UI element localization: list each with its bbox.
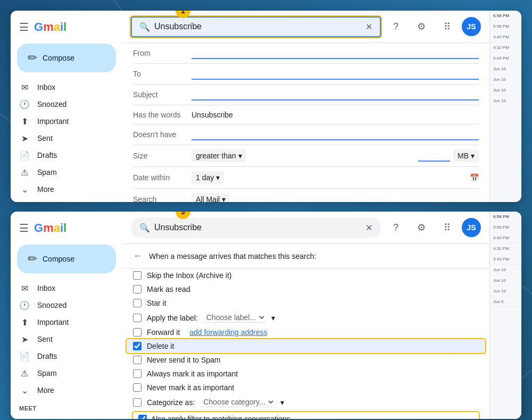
search-icon-2: 🔍 [139,223,150,233]
delete-it-checkbox[interactable] [133,342,142,350]
meet-title-2: Meet [11,403,122,414]
to-input[interactable] [192,68,479,80]
sent-label-1: Sent [37,134,53,142]
sidebar-item-sent-1[interactable]: ➤ Sent [11,130,116,147]
hamburger-icon[interactable]: ☰ [19,21,29,33]
hamburger-icon-2[interactable]: ☰ [19,222,29,234]
settings-button-1[interactable]: ⚙ [411,16,432,37]
star-it-checkbox[interactable] [133,299,142,307]
email2-item-6: Jun 10 [490,265,521,275]
skip-inbox-checkbox[interactable] [133,271,142,280]
search-box-1[interactable]: 🔍 ✕ [131,16,381,37]
haswords-label: Has the words [133,111,192,119]
calendar-icon[interactable]: 📅 [470,173,479,182]
never-spam-checkbox[interactable] [133,356,142,364]
size-chevron-icon: ▾ [238,152,242,160]
search-icon-1: 🔍 [139,22,150,32]
size-label: Size [133,152,192,160]
sidebar-header-1: ☰ Gmail [11,15,122,39]
sidebar-item-drafts-2[interactable]: 📄 Drafts [11,348,116,365]
sidebar-item-more-1[interactable]: ⌄ More [11,181,116,198]
email-time-5: 3:43 PM [493,56,518,61]
sidebar-item-spam-2[interactable]: ⚠ Spam [11,365,116,382]
label-select[interactable]: Choose label... [203,313,266,323]
search-scope-select[interactable]: All Mail ▾ [192,193,230,202]
filter-row-haswords: Has the words Unsubscribe [133,105,479,124]
email-list-2: 6:58 PM 5:56 PM 4:40 PM 4:32 PM 3:43 PM … [489,212,521,419]
drafts-icon-2: 📄 [19,351,30,362]
add-forwarding-link[interactable]: add forwarding address [189,328,267,337]
avatar-2[interactable]: JS [462,218,481,237]
email2-item-2: 5:56 PM [490,222,521,233]
size-select[interactable]: greater than ▾ [192,149,246,162]
spam-icon-1: ⚠ [19,167,30,178]
sidebar-item-snoozed-2[interactable]: 🕐 Snoozed [11,297,116,314]
top-icons-1: ? ⚙ ⠿ JS [385,16,481,37]
mb-input[interactable] [418,150,450,162]
never-important-checkbox[interactable] [133,383,142,392]
email-item-1: 6:58 PM [490,11,521,21]
email-time-3: 4:40 PM [493,35,518,39]
always-important-row: Always mark it as important [122,367,489,381]
apps-button-2[interactable]: ⠿ [436,217,458,238]
drafts-label-2: Drafts [37,352,57,360]
compose-button-1[interactable]: ✏ Compose [17,44,116,72]
email2-item-3: 4:40 PM [490,233,521,243]
start-meeting-2[interactable]: 📹 Start a meeting [11,415,122,419]
avatar-1[interactable]: JS [462,17,481,36]
sidebar-item-inbox-1[interactable]: ✉ Inbox [11,79,116,96]
sent-icon-2: ➤ [19,334,30,345]
email-item-7: Jun 10 [490,74,521,85]
categorize-checkbox[interactable] [133,398,142,407]
doesnthave-input[interactable] [192,129,479,140]
search-input-2[interactable] [154,223,361,232]
email-item-4: 4:32 PM [490,43,521,53]
category-select[interactable]: Choose category... [200,397,275,407]
from-label: From [133,49,192,57]
mark-as-read-checkbox[interactable] [133,285,142,293]
mb-value: MB [458,152,469,160]
sidebar-item-spam-1[interactable]: ⚠ Spam [11,164,116,181]
apps-button-1[interactable]: ⠿ [436,16,458,37]
snoozed-label-1: Snoozed [37,100,66,108]
sidebar-item-important-2[interactable]: ⬆ Important [11,314,116,331]
apply-label-checkbox[interactable] [133,314,142,322]
filter-steps-text: When a message arrives that matches this… [149,252,316,261]
compose-label-1: Compose [43,54,74,62]
sidebar-item-important-1[interactable]: ⬆ Important [11,113,116,130]
always-important-checkbox[interactable] [133,369,142,378]
spam-label-2: Spam [37,369,57,377]
also-apply-checkbox[interactable] [138,415,147,419]
mb-chevron-icon: ▾ [471,152,475,160]
panel-1: 1 ☰ Gmail ✏ Compose ✉ Inbox 🕐 [11,11,521,202]
help-button-1[interactable]: ? [385,16,406,37]
back-arrow-icon[interactable]: ← [133,250,143,262]
sidebar-item-snoozed-1[interactable]: 🕐 Snoozed [11,96,116,113]
compose-button-2[interactable]: ✏ Compose [17,245,116,273]
search-input-1[interactable] [154,22,361,31]
search-box-2[interactable]: 🔍 ✕ [131,217,381,238]
search-scope-chevron-icon: ▾ [222,195,226,202]
skip-inbox-row: Skip the Inbox (Archive it) [122,268,489,282]
datewithin-select[interactable]: 1 day ▾ [192,171,224,184]
mb-select[interactable]: MB ▾ [453,149,479,162]
from-input[interactable] [192,47,479,59]
sidebar-item-sent-2[interactable]: ➤ Sent [11,331,116,348]
also-apply-label[interactable]: Also apply filter to matching conversati… [138,415,473,419]
search-clear-1[interactable]: ✕ [365,22,372,32]
panel-2: 3 ☰ Gmail ✏ Compose ✉ Inbox 🕐 [11,212,521,419]
sidebar-item-more-2[interactable]: ⌄ More [11,382,116,399]
subject-input[interactable] [192,89,479,100]
settings-button-2[interactable]: ⚙ [411,217,432,238]
content-area-1: 🔍 ✕ ? ⚙ ⠿ JS From To [122,11,489,202]
sidebar-item-drafts-1[interactable]: 📄 Drafts [11,147,116,164]
help-button-2[interactable]: ? [385,217,406,238]
search-clear-2[interactable]: ✕ [365,223,372,233]
apply-label-row: Apply the label: Choose label... ▾ [122,310,489,325]
gmail-logo: Gmail [34,20,66,34]
email2-time-6: Jun 10 [493,267,518,272]
sidebar-item-inbox-2[interactable]: ✉ Inbox [11,280,116,297]
delete-it-row: Delete it [127,339,485,353]
more-icon-1: ⌄ [19,184,30,195]
forward-it-checkbox[interactable] [133,328,142,337]
